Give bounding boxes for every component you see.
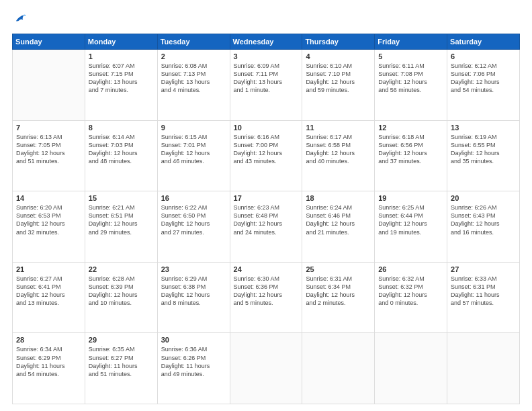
page-header: [12, 12, 520, 27]
column-header-friday: Friday: [375, 34, 447, 50]
day-info: Sunrise: 6:16 AM Sunset: 7:00 PM Dayligh…: [234, 133, 299, 166]
calendar-cell: 5Sunrise: 6:11 AM Sunset: 7:08 PM Daylig…: [375, 50, 447, 121]
calendar-cell: [375, 333, 447, 404]
day-info: Sunrise: 6:35 AM Sunset: 6:27 PM Dayligh…: [89, 345, 154, 378]
calendar-cell: 13Sunrise: 6:19 AM Sunset: 6:55 PM Dayli…: [447, 120, 520, 191]
day-info: Sunrise: 6:23 AM Sunset: 6:48 PM Dayligh…: [234, 203, 299, 236]
day-info: Sunrise: 6:25 AM Sunset: 6:44 PM Dayligh…: [378, 203, 443, 236]
day-info: Sunrise: 6:20 AM Sunset: 6:53 PM Dayligh…: [16, 203, 81, 236]
day-info: Sunrise: 6:21 AM Sunset: 6:51 PM Dayligh…: [89, 203, 154, 236]
day-info: Sunrise: 6:14 AM Sunset: 7:03 PM Dayligh…: [89, 133, 154, 166]
day-info: Sunrise: 6:36 AM Sunset: 6:26 PM Dayligh…: [161, 345, 226, 378]
day-info: Sunrise: 6:28 AM Sunset: 6:39 PM Dayligh…: [89, 275, 154, 308]
day-number: 16: [161, 194, 226, 202]
day-number: 24: [234, 265, 299, 273]
calendar-cell: 19Sunrise: 6:25 AM Sunset: 6:44 PM Dayli…: [375, 191, 447, 263]
day-info: Sunrise: 6:19 AM Sunset: 6:55 PM Dayligh…: [451, 133, 516, 166]
calendar-header: SundayMondayTuesdayWednesdayThursdayFrid…: [13, 34, 520, 50]
day-info: Sunrise: 6:07 AM Sunset: 7:15 PM Dayligh…: [89, 62, 154, 95]
calendar-cell: 1Sunrise: 6:07 AM Sunset: 7:15 PM Daylig…: [85, 50, 157, 121]
calendar-cell: 22Sunrise: 6:28 AM Sunset: 6:39 PM Dayli…: [85, 262, 157, 333]
calendar-cell: 14Sunrise: 6:20 AM Sunset: 6:53 PM Dayli…: [13, 191, 85, 263]
day-info: Sunrise: 6:10 AM Sunset: 7:10 PM Dayligh…: [306, 62, 371, 95]
day-number: 1: [89, 52, 154, 60]
day-info: Sunrise: 6:18 AM Sunset: 6:56 PM Dayligh…: [378, 133, 443, 166]
day-number: 26: [378, 265, 443, 273]
day-info: Sunrise: 6:32 AM Sunset: 6:32 PM Dayligh…: [378, 275, 443, 308]
day-info: Sunrise: 6:12 AM Sunset: 7:06 PM Dayligh…: [451, 62, 516, 95]
day-number: 3: [234, 52, 299, 60]
logo-bird-icon: [12, 12, 27, 27]
day-info: Sunrise: 6:08 AM Sunset: 7:13 PM Dayligh…: [161, 62, 226, 95]
day-number: 21: [16, 265, 81, 273]
day-info: Sunrise: 6:09 AM Sunset: 7:11 PM Dayligh…: [234, 62, 299, 95]
column-header-saturday: Saturday: [447, 34, 520, 50]
calendar-cell: 18Sunrise: 6:24 AM Sunset: 6:46 PM Dayli…: [302, 191, 375, 263]
day-number: 8: [89, 124, 154, 132]
calendar-cell: 30Sunrise: 6:36 AM Sunset: 6:26 PM Dayli…: [157, 333, 230, 404]
calendar-cell: 12Sunrise: 6:18 AM Sunset: 6:56 PM Dayli…: [375, 120, 447, 191]
day-number: 19: [378, 194, 443, 202]
calendar-cell: 15Sunrise: 6:21 AM Sunset: 6:51 PM Dayli…: [85, 191, 157, 263]
day-number: 12: [378, 124, 443, 132]
column-header-thursday: Thursday: [302, 34, 375, 50]
calendar-cell: 8Sunrise: 6:14 AM Sunset: 7:03 PM Daylig…: [85, 120, 157, 191]
day-info: Sunrise: 6:27 AM Sunset: 6:41 PM Dayligh…: [16, 275, 81, 308]
day-number: 25: [306, 265, 371, 273]
day-info: Sunrise: 6:26 AM Sunset: 6:43 PM Dayligh…: [451, 203, 516, 236]
calendar-cell: 9Sunrise: 6:15 AM Sunset: 7:01 PM Daylig…: [157, 120, 230, 191]
day-info: Sunrise: 6:29 AM Sunset: 6:38 PM Dayligh…: [161, 275, 226, 308]
day-info: Sunrise: 6:33 AM Sunset: 6:31 PM Dayligh…: [451, 275, 516, 308]
day-number: 4: [306, 52, 371, 60]
calendar-cell: 10Sunrise: 6:16 AM Sunset: 7:00 PM Dayli…: [230, 120, 302, 191]
calendar-cell: [447, 333, 520, 404]
column-header-tuesday: Tuesday: [157, 34, 230, 50]
day-number: 9: [161, 124, 226, 132]
day-info: Sunrise: 6:22 AM Sunset: 6:50 PM Dayligh…: [161, 203, 226, 236]
calendar-cell: [302, 333, 375, 404]
day-number: 2: [161, 52, 226, 60]
calendar-table: SundayMondayTuesdayWednesdayThursdayFrid…: [12, 34, 520, 404]
calendar-cell: [230, 333, 302, 404]
calendar-cell: 16Sunrise: 6:22 AM Sunset: 6:50 PM Dayli…: [157, 191, 230, 263]
day-number: 10: [234, 124, 299, 132]
week-row-2: 7Sunrise: 6:13 AM Sunset: 7:05 PM Daylig…: [13, 120, 520, 191]
calendar-cell: 17Sunrise: 6:23 AM Sunset: 6:48 PM Dayli…: [230, 191, 302, 263]
week-row-3: 14Sunrise: 6:20 AM Sunset: 6:53 PM Dayli…: [13, 191, 520, 263]
calendar-cell: 6Sunrise: 6:12 AM Sunset: 7:06 PM Daylig…: [447, 50, 520, 121]
calendar-cell: 27Sunrise: 6:33 AM Sunset: 6:31 PM Dayli…: [447, 262, 520, 333]
day-number: 13: [451, 124, 516, 132]
column-header-monday: Monday: [85, 34, 157, 50]
day-number: 30: [161, 336, 226, 344]
calendar-cell: 3Sunrise: 6:09 AM Sunset: 7:11 PM Daylig…: [230, 50, 302, 121]
header-row: SundayMondayTuesdayWednesdayThursdayFrid…: [13, 34, 520, 50]
day-info: Sunrise: 6:34 AM Sunset: 6:29 PM Dayligh…: [16, 345, 81, 378]
day-number: 14: [16, 194, 81, 202]
day-number: 5: [378, 52, 443, 60]
day-number: 6: [451, 52, 516, 60]
day-info: Sunrise: 6:11 AM Sunset: 7:08 PM Dayligh…: [378, 62, 443, 95]
calendar-body: 1Sunrise: 6:07 AM Sunset: 7:15 PM Daylig…: [13, 50, 520, 404]
column-header-wednesday: Wednesday: [230, 34, 302, 50]
day-number: 17: [234, 194, 299, 202]
calendar-cell: 25Sunrise: 6:31 AM Sunset: 6:34 PM Dayli…: [302, 262, 375, 333]
day-info: Sunrise: 6:30 AM Sunset: 6:36 PM Dayligh…: [234, 275, 299, 308]
calendar-cell: 28Sunrise: 6:34 AM Sunset: 6:29 PM Dayli…: [13, 333, 85, 404]
calendar-cell: 20Sunrise: 6:26 AM Sunset: 6:43 PM Dayli…: [447, 191, 520, 263]
week-row-1: 1Sunrise: 6:07 AM Sunset: 7:15 PM Daylig…: [13, 50, 520, 121]
day-number: 28: [16, 336, 81, 344]
calendar-cell: 21Sunrise: 6:27 AM Sunset: 6:41 PM Dayli…: [13, 262, 85, 333]
day-number: 22: [89, 265, 154, 273]
day-number: 27: [451, 265, 516, 273]
calendar-cell: 23Sunrise: 6:29 AM Sunset: 6:38 PM Dayli…: [157, 262, 230, 333]
day-info: Sunrise: 6:15 AM Sunset: 7:01 PM Dayligh…: [161, 133, 226, 166]
day-number: 7: [16, 124, 81, 132]
day-info: Sunrise: 6:13 AM Sunset: 7:05 PM Dayligh…: [16, 133, 81, 166]
week-row-5: 28Sunrise: 6:34 AM Sunset: 6:29 PM Dayli…: [13, 333, 520, 404]
day-info: Sunrise: 6:31 AM Sunset: 6:34 PM Dayligh…: [306, 275, 371, 308]
calendar-cell: 29Sunrise: 6:35 AM Sunset: 6:27 PM Dayli…: [85, 333, 157, 404]
day-number: 29: [89, 336, 154, 344]
column-header-sunday: Sunday: [13, 34, 85, 50]
day-number: 18: [306, 194, 371, 202]
calendar-cell: 11Sunrise: 6:17 AM Sunset: 6:58 PM Dayli…: [302, 120, 375, 191]
